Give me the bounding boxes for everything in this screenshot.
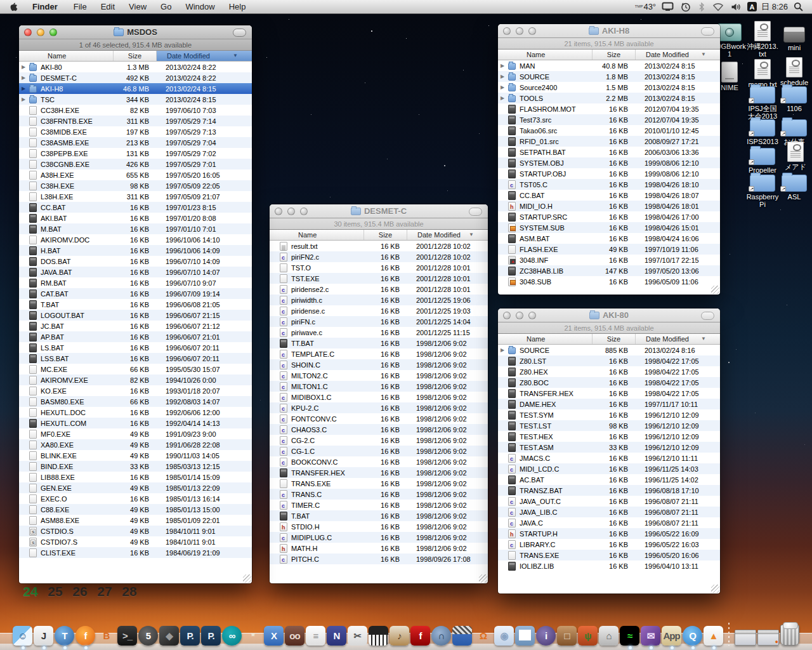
file-row[interactable]: ▶ TEMPLATE.C 16 KB 1998/12/06 9:02 [270,348,488,359]
display-menu-icon[interactable] [660,2,675,11]
file-row[interactable]: ▶ piriFN2.c 16 KB 2001/12/28 10:02 [270,251,488,262]
file-row[interactable]: ▶ TSC 344 KB 2013/02/24 8:15 [19,94,252,105]
file-row[interactable]: ▶ AKIROMV.EXE 82 KB 1994/10/26 0:00 [19,375,252,385]
file-row[interactable]: ▶ TRANS.C 16 KB 1998/12/06 9:02 [270,489,488,500]
file-row[interactable]: ▶ piridense.c 16 KB 2001/12/25 19:03 [270,305,488,316]
dock-minimized-window-1[interactable] [735,630,756,646]
folder-proxy-icon[interactable] [351,208,361,215]
file-row[interactable]: ▶ MIDI_LCD.C 16 KB 1996/11/25 14:03 [498,463,720,474]
column-header-name[interactable]: Name [270,230,363,240]
column-header-size[interactable]: Size [592,50,635,60]
dock-house-mail-app[interactable]: ⌂ [599,626,619,646]
file-row[interactable]: ▶ BIND.EXE 33 KB 1985/03/13 12:15 [19,461,252,472]
dock-sparkle-app[interactable]: * [243,626,263,646]
file-row[interactable]: ▶ KPU-2.C 16 KB 1998/12/06 9:02 [270,402,488,413]
file-row[interactable]: ▶ M.BAT 16 KB 1997/01/10 7:01 [19,223,252,234]
file-row[interactable]: ▶ ZC38HAB.LIB 147 KB 1997/05/20 13:06 [498,265,720,276]
file-row[interactable]: ▶ TEST.HEX 16 KB 1996/12/10 12:09 [498,431,720,442]
menu-edit[interactable]: Edit [94,0,122,14]
dock-inkpot-app[interactable]: i [536,626,556,646]
disclosure-triangle-icon[interactable]: ▶ [498,63,507,69]
file-row[interactable]: ▶ GEN.EXE 49 KB 1985/01/13 22:09 [19,482,252,493]
file-row[interactable]: ▶ LSS.BAT 16 KB 1996/06/07 20:11 [19,353,252,364]
folder-proxy-icon[interactable] [589,27,599,35]
file-row[interactable]: ▶ STARTUP.H 16 KB 1996/05/22 16:09 [498,528,720,539]
file-row[interactable]: ▶ LIBRARY.C 16 KB 1996/05/22 16:03 [498,539,720,550]
file-row[interactable]: ▶ JMACS.C 16 KB 1996/12/10 11:11 [498,453,720,463]
dock-vlc[interactable]: ▲ [704,626,723,646]
dock-processing-1[interactable]: P. [180,626,200,646]
column-header-date-modified[interactable]: Date Modified ▼ [635,334,720,344]
file-row[interactable]: ▶ Test73.src 16 KB 2012/07/04 19:35 [498,114,720,125]
file-row[interactable]: ▶ DOS.BAT 16 KB 1996/07/10 14:09 [19,256,252,267]
window-titlebar[interactable]: AKI-80 [498,308,720,322]
close-button[interactable] [503,27,511,35]
file-row[interactable]: ▶ AKIROMV.DOC 16 KB 1996/10/06 14:10 [19,234,252,245]
file-row[interactable]: ▶ BLINK.EXE 49 KB 1990/11/03 14:05 [19,450,252,461]
temperature-widget[interactable]: TMP 43° [635,2,656,11]
file-row[interactable]: ▶ Takao06.src 16 KB 2010/01/10 12:45 [498,125,720,136]
dock-ipod-app[interactable]: ◉ [494,626,514,646]
file-row[interactable]: ▶ TT.BAT 16 KB 1998/12/06 9:02 [270,338,488,348]
minimize-button[interactable] [516,27,523,35]
file-row[interactable]: ▶ piriwidth.c 16 KB 2001/12/25 19:06 [270,295,488,305]
file-row[interactable]: ▶ AKI-H8 46.8 MB 2013/02/24 8:15 [19,83,252,94]
file-row[interactable]: ▶ MIDI_IO.H 16 KB 1998/04/26 18:01 [498,201,720,211]
dock-quicktime[interactable]: Q [683,626,702,646]
desktop-icon-meado[interactable]: ↗ メアド [779,140,812,171]
dock-grab[interactable]: ✂ [348,626,367,646]
file-row[interactable]: ▶ AC.BAT 16 KB 1996/11/25 14:02 [498,474,720,485]
file-row[interactable]: ▶ AKI.BAT 16 KB 1997/01/20 8:08 [19,213,252,223]
dock-finder[interactable]: ☺ [13,626,32,646]
window-titlebar[interactable]: MSDOS [19,25,252,39]
toolbar-toggle-button[interactable] [701,312,714,320]
menu-file[interactable]: File [67,0,94,14]
resize-grip[interactable] [479,574,487,583]
file-row[interactable]: ▶ T.BAT 16 KB 1998/12/06 9:02 [270,510,488,521]
file-row[interactable]: ▶ CSTDIO7.S 49 KB 1984/10/11 9:01 [19,536,252,547]
file-row[interactable]: ▶ XA80.EXE 49 KB 1991/06/28 22:08 [19,439,252,450]
dock-xcode[interactable]: X [264,626,284,646]
file-row[interactable]: ▶ JAVA.C 16 KB 1996/08/07 21:11 [498,517,720,528]
column-header-date-modified[interactable]: Date Modified ▼ [407,230,488,240]
desktop-icon-isps2013[interactable]: ↗ ISPS2013 [746,114,779,145]
resize-grip[interactable] [243,574,251,583]
folder-proxy-icon[interactable] [589,312,599,319]
file-row[interactable]: ▶ KO.EXE 16 KB 1993/01/18 20:07 [19,385,252,396]
disclosure-triangle-icon[interactable]: ▶ [19,64,28,70]
dock-b-app[interactable]: B [96,626,116,646]
dock-app-battery[interactable]: App [662,626,681,646]
file-row[interactable]: ▶ JC.BAT 16 KB 1996/06/07 21:12 [19,321,252,331]
file-row[interactable]: ▶ Z80.HEX 16 KB 1998/04/22 17:05 [498,366,720,377]
dock-easel-app[interactable]: □ [557,626,577,646]
file-row[interactable]: ▶ piriwave.c 16 KB 2001/12/25 11:15 [270,327,488,338]
file-row[interactable]: ▶ CAT.BAT 16 KB 1996/07/09 19:14 [19,288,252,299]
menu-go[interactable]: Go [154,0,178,14]
dock-app-5[interactable]: 5 [138,626,158,646]
disclosure-triangle-icon[interactable]: ▶ [498,347,507,353]
file-row[interactable]: ▶ MF0.EXE 49 KB 1991/09/23 9:00 [19,428,252,439]
file-row[interactable]: ▶ C38MIDB.EXE 197 KB 1997/05/29 7:13 [19,126,252,137]
file-row[interactable]: ▶ result.txt 16 KB 2001/12/28 10:02 [270,241,488,251]
file-row[interactable]: ▶ SYSTEM.SUB 16 KB 1998/04/26 15:01 [498,222,720,233]
zoom-button[interactable] [528,27,536,35]
file-row[interactable]: ▶ TOOLS 2.2 MB 2013/02/24 8:15 [498,93,720,103]
file-row[interactable]: ▶ C38FRNTB.EXE 311 KB 1997/05/29 7:14 [19,116,252,126]
input-source-menu-icon[interactable]: A [747,2,757,11]
file-row[interactable]: ▶ IOLIBZ.LIB 16 KB 1996/04/10 13:11 [498,560,720,571]
disclosure-triangle-icon[interactable]: ▶ [498,74,507,79]
minimize-button[interactable] [516,312,523,319]
dock-text-editor-j[interactable]: J [34,626,53,646]
disclosure-triangle-icon[interactable]: ▶ [19,96,28,102]
dock-textedit[interactable]: ≡ [306,626,325,646]
file-row[interactable]: ▶ HEXUTL.COM 16 KB 1992/04/14 14:13 [19,418,252,428]
column-header-date-modified[interactable]: Date Modified ▼ [156,51,252,61]
dock-orange-creature-app[interactable]: Ω [473,626,493,646]
toolbar-toggle-button[interactable] [701,27,714,36]
file-row[interactable]: ▶ MATH.H 16 KB 1998/12/06 9:02 [270,543,488,554]
menu-clock[interactable]: 日 8:26 [761,1,788,13]
dock-separator[interactable] [724,621,733,646]
file-row[interactable]: ▶ CG-1.C 16 KB 1998/12/06 9:02 [270,446,488,456]
file-row[interactable]: ▶ C38ASMB.EXE 213 KB 1997/05/29 7:04 [19,137,252,148]
file-row[interactable]: ▶ A38H.EXE 655 KB 1997/05/20 16:05 [19,169,252,180]
